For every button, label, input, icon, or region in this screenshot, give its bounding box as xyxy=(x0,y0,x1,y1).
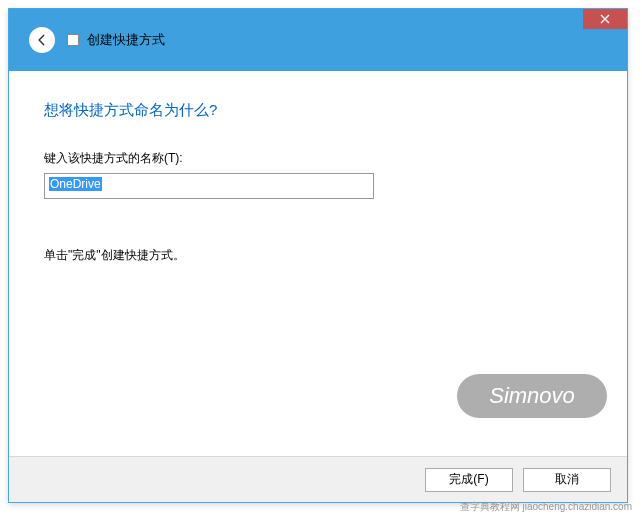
window-title: 创建快捷方式 xyxy=(87,31,165,49)
wizard-heading: 想将快捷方式命名为什么? xyxy=(44,101,592,120)
cancel-button[interactable]: 取消 xyxy=(523,468,611,492)
wizard-window: 创建快捷方式 想将快捷方式命名为什么? 键入该快捷方式的名称(T): OneDr… xyxy=(8,8,628,503)
name-input-label: 键入该快捷方式的名称(T): xyxy=(44,150,592,167)
close-button[interactable] xyxy=(583,9,627,29)
footer-note: 查字典教程网 jiaocheng.chazidian.com xyxy=(460,500,632,514)
shortcut-icon xyxy=(67,34,79,46)
close-icon xyxy=(600,14,610,24)
finish-button[interactable]: 完成(F) xyxy=(425,468,513,492)
shortcut-name-input[interactable]: OneDrive xyxy=(44,173,374,199)
instruction-text: 单击"完成"创建快捷方式。 xyxy=(44,247,592,264)
content-area: 想将快捷方式命名为什么? 键入该快捷方式的名称(T): OneDrive 单击"… xyxy=(9,71,627,456)
watermark: Simnovo xyxy=(457,374,607,418)
footer-buttons: 完成(F) 取消 xyxy=(9,456,627,502)
watermark-text: Simnovo xyxy=(489,383,575,409)
back-arrow-icon xyxy=(35,33,49,47)
titlebar: 创建快捷方式 xyxy=(9,9,627,71)
input-selected-text: OneDrive xyxy=(49,177,102,191)
back-button[interactable] xyxy=(29,27,55,53)
